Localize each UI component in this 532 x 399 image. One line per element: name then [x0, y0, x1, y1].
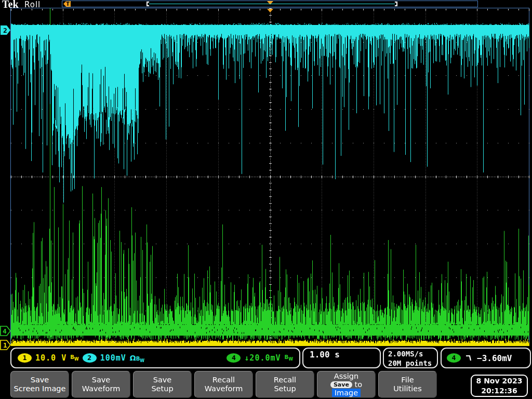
save-key-badge: Save [330, 381, 352, 388]
save-setup-button[interactable]: SaveSetup [133, 371, 192, 398]
acquisition-mode-label: Roll [24, 0, 41, 9]
record-view-waveform-line [149, 4, 395, 4]
record-length-value: 20M points [388, 358, 437, 368]
falling-edge-icon [466, 354, 472, 362]
trigger-position-graticule-icon[interactable] [267, 9, 273, 12]
svg-text:2: 2 [3, 26, 7, 34]
channel-2-scale: 100mV [100, 353, 126, 363]
bandwidth-limit-icon: BW [70, 354, 78, 362]
impedance-bandwidth-icons: ΩBW [130, 353, 144, 363]
time-value: 20:12:36 [472, 386, 527, 396]
bandwidth-limit-icon: BW [285, 354, 293, 362]
recall-setup-button[interactable]: RecallSetup [256, 371, 314, 398]
horizontal-scale-readout[interactable]: 1.00 s [302, 348, 381, 368]
trigger-source-badge: 4 [447, 353, 461, 363]
tek-logo: Tek [2, 0, 19, 10]
channel-4-badge[interactable]: 4 [227, 353, 241, 363]
file-utilities-button[interactable]: FileUtilities [378, 371, 437, 398]
channel-1-scale: 10.0 V [35, 353, 66, 363]
channel-2-badge[interactable]: 2 [83, 353, 97, 363]
trigger-level-value: −3.60mV [477, 353, 512, 363]
channel-1-badge[interactable]: 1 [18, 353, 32, 363]
save-waveform-button[interactable]: SaveWaveform [72, 371, 130, 398]
oscilloscope-screen: Tek Roll T 2 4 1 1 10.0 V BW 2 100mV ΩBW… [0, 0, 532, 399]
ohm-icon: Ω [130, 354, 136, 362]
channel-2-marker[interactable]: 2 [0, 25, 11, 35]
view-window-right-bracket [395, 2, 397, 6]
trigger-readout[interactable]: 4 −3.60mV [441, 348, 531, 368]
channel-4-scale: ↓20.0mV [244, 353, 281, 363]
svg-text:4: 4 [3, 327, 7, 335]
waveform-display [0, 0, 532, 399]
date-value: 8 Nov 2023 [472, 376, 527, 386]
acquisition-readout: 2.00MS/s 20M points [383, 348, 438, 368]
datetime-box: 8 Nov 2023 20:12:36 [471, 375, 528, 397]
channel-readout-bar: 1 10.0 V BW 2 100mV ΩBW 4 ↓20.0mV BW [10, 348, 300, 368]
assign-target-highlight: Image [332, 389, 361, 397]
recall-waveform-button[interactable]: RecallWaveform [194, 371, 253, 398]
assign-save-button[interactable]: Assign Save to Image [317, 371, 376, 398]
save-screen-image-button[interactable]: SaveScreen Image [10, 371, 69, 398]
svg-text:1: 1 [3, 341, 7, 349]
sample-rate-value: 2.00MS/s [388, 349, 437, 358]
channel-4-marker[interactable]: 4 [0, 326, 11, 336]
channel-1-marker[interactable]: 1 [0, 340, 11, 350]
horizontal-scale-value: 1.00 s [310, 350, 340, 360]
